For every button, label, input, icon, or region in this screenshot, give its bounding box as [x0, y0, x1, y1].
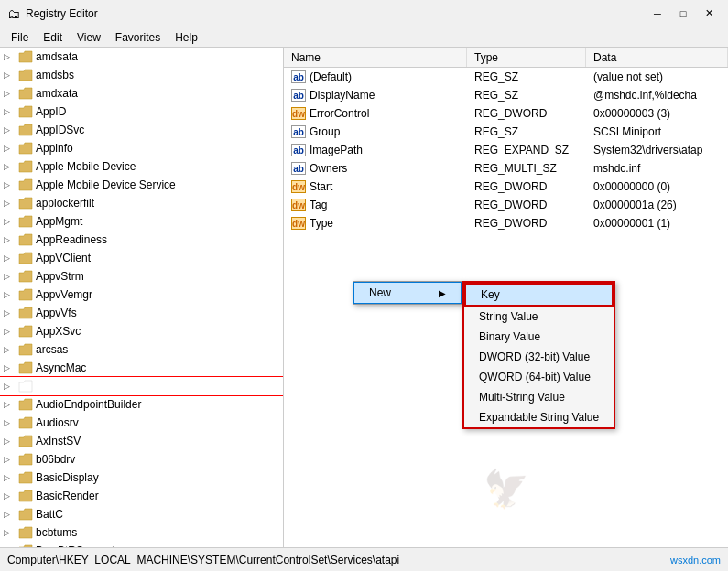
tree-item[interactable]: ▷AppvStrm	[0, 267, 283, 286]
cell-name: abDisplayName	[284, 89, 467, 102]
tree-scroll[interactable]: ▷amdsata▷amdsbs▷amdxata▷AppID▷AppIDSvc▷A…	[0, 48, 283, 547]
cell-type: REG_EXPAND_SZ	[467, 144, 586, 156]
expand-icon[interactable]: ▷	[4, 162, 18, 171]
expand-icon[interactable]: ▷	[4, 272, 18, 281]
expand-icon[interactable]: ▷	[4, 400, 18, 409]
cell-type: REG_SZ	[467, 89, 586, 102]
value-name: ImagePath	[310, 144, 363, 156]
expand-icon[interactable]: ▷	[4, 70, 18, 80]
expand-icon[interactable]: ▷	[4, 491, 18, 501]
detail-row[interactable]: abImagePathREG_EXPAND_SZSystem32\drivers…	[284, 141, 728, 159]
tree-item[interactable]: ▷BattC	[0, 505, 283, 523]
detail-header: Name Type Data	[284, 48, 728, 68]
expand-icon[interactable]: ▷	[4, 546, 18, 547]
tree-item-label: AxInstSV	[36, 435, 81, 447]
cell-data: System32\drivers\atap	[586, 144, 728, 156]
tree-item[interactable]: ▷AppXSvc	[0, 322, 283, 340]
cell-name: abGroup	[284, 125, 467, 138]
title-controls: ─ □ ✕	[646, 5, 721, 23]
tree-item[interactable]: ▷Appinfo	[0, 139, 283, 157]
menu-view[interactable]: View	[70, 29, 108, 46]
cell-data: @mshdc.inf,%idecha	[586, 89, 728, 102]
value-type-icon: ab	[291, 89, 306, 102]
detail-rows: ab(Default)REG_SZ(value not set)abDispla…	[284, 68, 728, 547]
detail-row[interactable]: dwStartREG_DWORD0x00000000 (0)	[284, 178, 728, 196]
tree-item[interactable]: ▷AppIDSvc	[0, 121, 283, 139]
expand-icon[interactable]: ▷	[4, 528, 18, 537]
cell-name: abOwners	[284, 162, 467, 175]
expand-icon[interactable]: ▷	[4, 217, 18, 226]
tree-item[interactable]: ▷AxInstSV	[0, 432, 283, 450]
tree-item[interactable]: ▷BasicRender	[0, 487, 283, 505]
tree-item[interactable]: ▷Audiosrv	[0, 414, 283, 432]
cell-name: dwTag	[284, 199, 467, 211]
cell-type: REG_MULTI_SZ	[467, 162, 586, 175]
value-name: DisplayName	[310, 89, 375, 102]
detail-row[interactable]: dwTagREG_DWORD0x0000001a (26)	[284, 196, 728, 214]
tree-item[interactable]: ▷AppvVfs	[0, 304, 283, 322]
tree-item[interactable]: ▷atapi	[0, 377, 283, 395]
cell-data: 0x0000001a (26)	[586, 199, 728, 211]
expand-icon[interactable]: ▷	[4, 382, 18, 391]
tree-item[interactable]: ▷bcbtums	[0, 523, 283, 542]
tree-item[interactable]: ▷AppID	[0, 102, 283, 121]
tree-item[interactable]: ▷AsyncMac	[0, 359, 283, 377]
value-name: Owners	[310, 162, 347, 175]
tree-item[interactable]: ▷amdxata	[0, 84, 283, 102]
tree-item[interactable]: ▷AppMgmt	[0, 212, 283, 231]
detail-row[interactable]: dwErrorControlREG_DWORD0x00000003 (3)	[284, 104, 728, 123]
expand-icon[interactable]: ▷	[4, 436, 18, 446]
tree-item[interactable]: ▷arcsas	[0, 340, 283, 359]
expand-icon[interactable]: ▷	[4, 327, 18, 336]
detail-row[interactable]: ab(Default)REG_SZ(value not set)	[284, 68, 728, 86]
tree-item[interactable]: ▷amdsbs	[0, 66, 283, 84]
tree-item[interactable]: ▷BcmBtRSupport	[0, 542, 283, 547]
expand-icon[interactable]: ▷	[4, 144, 18, 153]
detail-row[interactable]: abDisplayNameREG_SZ@mshdc.inf,%idecha	[284, 86, 728, 104]
expand-icon[interactable]: ▷	[4, 345, 18, 354]
expand-icon[interactable]: ▷	[4, 510, 18, 519]
cell-data: SCSI Miniport	[586, 125, 728, 138]
tree-item[interactable]: ▷amdsata	[0, 48, 283, 66]
expand-icon[interactable]: ▷	[4, 107, 18, 116]
tree-item[interactable]: ▷AppvVemgr	[0, 286, 283, 304]
menu-help[interactable]: Help	[168, 29, 205, 46]
tree-item[interactable]: ▷AppVClient	[0, 249, 283, 267]
tree-item[interactable]: ▷applockerfilt	[0, 194, 283, 212]
expand-icon[interactable]: ▷	[4, 180, 18, 189]
expand-icon[interactable]: ▷	[4, 89, 18, 98]
tree-item[interactable]: ▷Apple Mobile Device Service	[0, 176, 283, 194]
cell-type: REG_DWORD	[467, 217, 586, 230]
expand-icon[interactable]: ▷	[4, 473, 18, 482]
new-menu-item[interactable]: New ▶	[353, 282, 462, 304]
expand-icon[interactable]: ▷	[4, 125, 18, 135]
tree-item[interactable]: ▷b06bdrv	[0, 450, 283, 469]
menu-favorites[interactable]: Favorites	[108, 29, 168, 46]
detail-row[interactable]: dwTypeREG_DWORD0x00000001 (1)	[284, 214, 728, 232]
expand-icon[interactable]: ▷	[4, 363, 18, 372]
tree-item[interactable]: ▷AudioEndpointBuilder	[0, 395, 283, 414]
detail-row[interactable]: abGroupREG_SZSCSI Miniport	[284, 123, 728, 141]
tree-item-label: amdsata	[36, 50, 78, 63]
col-header-type: Type	[467, 48, 586, 67]
new-context-menu[interactable]: New ▶	[353, 281, 462, 305]
tree-item[interactable]: ▷Apple Mobile Device	[0, 157, 283, 176]
tree-item-label: AppvVfs	[36, 307, 77, 319]
tree-item[interactable]: ▷AppReadiness	[0, 231, 283, 249]
menu-file[interactable]: File	[4, 29, 36, 46]
menu-edit[interactable]: Edit	[36, 29, 70, 46]
expand-icon[interactable]: ▷	[4, 455, 18, 464]
maximize-button[interactable]: □	[671, 5, 695, 23]
detail-row[interactable]: abOwnersREG_MULTI_SZmshdc.inf	[284, 159, 728, 178]
expand-icon[interactable]: ▷	[4, 308, 18, 318]
expand-icon[interactable]: ▷	[4, 253, 18, 263]
expand-icon[interactable]: ▷	[4, 418, 18, 427]
cell-data: 0x00000001 (1)	[586, 217, 728, 230]
tree-item[interactable]: ▷BasicDisplay	[0, 469, 283, 487]
close-button[interactable]: ✕	[697, 5, 721, 23]
minimize-button[interactable]: ─	[646, 5, 669, 23]
expand-icon[interactable]: ▷	[4, 199, 18, 208]
expand-icon[interactable]: ▷	[4, 235, 18, 244]
expand-icon[interactable]: ▷	[4, 52, 18, 61]
expand-icon[interactable]: ▷	[4, 290, 18, 299]
